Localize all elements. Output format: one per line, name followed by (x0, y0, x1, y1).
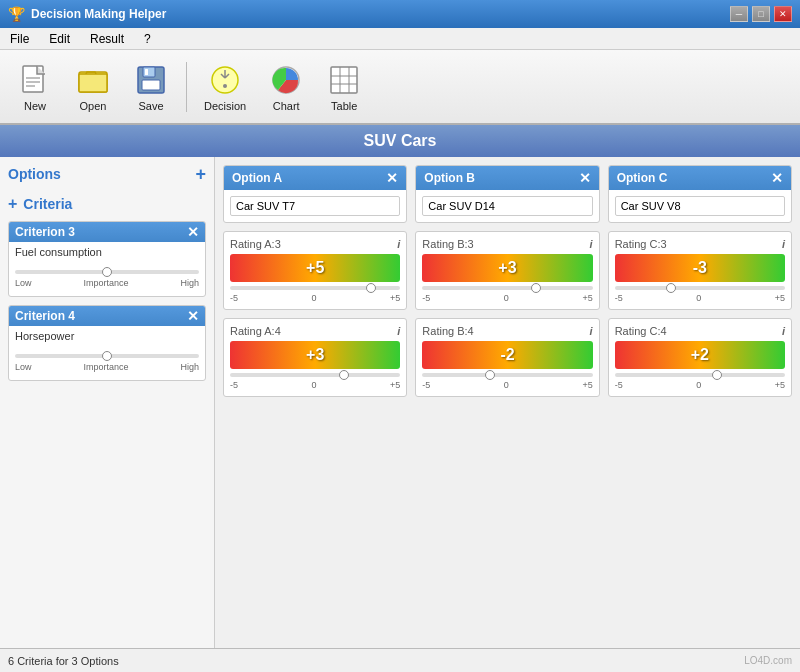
table-icon (326, 62, 362, 98)
option-card-a: Option A ✕ (223, 165, 407, 223)
rating-c3-bar: -3 (615, 254, 785, 282)
decision-button[interactable]: Decision (195, 57, 255, 117)
add-criteria-button[interactable]: + (8, 195, 17, 213)
criterion-3-mid: Importance (83, 278, 128, 288)
rating-a4-info[interactable]: i (397, 325, 400, 337)
rating-b4-header: Rating B:4 i (422, 325, 592, 337)
rating-c3-scale: -5 0 +5 (615, 293, 785, 303)
option-b-close[interactable]: ✕ (579, 170, 591, 186)
new-button[interactable]: New (8, 57, 62, 117)
rating-a4-slider-thumb[interactable] (339, 370, 349, 380)
rating-a3-info[interactable]: i (397, 238, 400, 250)
rating-card-c3: Rating C:3 i -3 -5 0 +5 (608, 231, 792, 310)
menu-help[interactable]: ? (140, 31, 155, 47)
title-bar-controls: ─ □ ✕ (730, 6, 792, 22)
rating-b4-slider-track (422, 373, 592, 377)
rating-c3-label: Rating C:3 (615, 238, 667, 250)
rating-a4-mid: 0 (312, 380, 317, 390)
chart-icon (268, 62, 304, 98)
menu-file[interactable]: File (6, 31, 33, 47)
close-button[interactable]: ✕ (774, 6, 792, 22)
rating-b4-info[interactable]: i (590, 325, 593, 337)
minimize-button[interactable]: ─ (730, 6, 748, 22)
rating-card-a4: Rating A:4 i +3 -5 0 +5 (223, 318, 407, 397)
option-a-close[interactable]: ✕ (386, 170, 398, 186)
criterion-4-slider-container: Low Importance High (15, 348, 199, 374)
save-label: Save (138, 100, 163, 112)
svg-rect-9 (145, 69, 148, 75)
rating-c4-header: Rating C:4 i (615, 325, 785, 337)
options-row: Option A ✕ Option B ✕ Op (215, 157, 800, 223)
rating-c4-scale: -5 0 +5 (615, 380, 785, 390)
add-option-button[interactable]: + (195, 165, 206, 183)
rating-b3-mid: 0 (504, 293, 509, 303)
rating-c3-mid: 0 (696, 293, 701, 303)
rating-b3-slider-thumb[interactable] (531, 283, 541, 293)
maximize-button[interactable]: □ (752, 6, 770, 22)
criterion-card-4: Criterion 4 ✕ Horsepower Low Importance … (8, 305, 206, 381)
table-button[interactable]: Table (317, 57, 371, 117)
option-c-close[interactable]: ✕ (771, 170, 783, 186)
rating-c4-slider-track (615, 373, 785, 377)
rating-c3-slider-track (615, 286, 785, 290)
rating-b3-slider-track (422, 286, 592, 290)
criterion-3-slider-track (15, 270, 199, 274)
ratings-section: Rating A:3 i +5 -5 0 +5 (215, 223, 800, 413)
rating-c3-slider-thumb[interactable] (666, 283, 676, 293)
new-icon (17, 62, 53, 98)
rating-a3-value: +5 (230, 254, 400, 282)
criterion-4-low: Low (15, 362, 32, 372)
rating-card-b4: Rating B:4 i -2 -5 0 +5 (415, 318, 599, 397)
ratings-row-4: Rating A:4 i +3 -5 0 +5 (223, 318, 792, 397)
rating-a3-slider-thumb[interactable] (366, 283, 376, 293)
criterion-3-slider-thumb[interactable] (102, 267, 112, 277)
save-button[interactable]: Save (124, 57, 178, 117)
rating-a3-mid: 0 (312, 293, 317, 303)
open-icon (75, 62, 111, 98)
rating-b4-slider-thumb[interactable] (485, 370, 495, 380)
decision-label: Decision (204, 100, 246, 112)
rating-c3-info[interactable]: i (782, 238, 785, 250)
rating-c4-slider-thumb[interactable] (712, 370, 722, 380)
title-bar-left: 🏆 Decision Making Helper (8, 6, 166, 22)
option-c-name-input[interactable] (615, 196, 785, 216)
criterion-3-close[interactable]: ✕ (187, 225, 199, 239)
criterion-3-low: Low (15, 278, 32, 288)
save-icon (133, 62, 169, 98)
rating-c4-label: Rating C:4 (615, 325, 667, 337)
menu-edit[interactable]: Edit (45, 31, 74, 47)
rating-a3-max: +5 (390, 293, 400, 303)
rating-c4-min: -5 (615, 380, 623, 390)
menu-result[interactable]: Result (86, 31, 128, 47)
criterion-4-close[interactable]: ✕ (187, 309, 199, 323)
criterion-3-slider-labels: Low Importance High (15, 278, 199, 288)
rating-c3-header: Rating C:3 i (615, 238, 785, 250)
rating-b4-bar: -2 (422, 341, 592, 369)
rating-a4-max: +5 (390, 380, 400, 390)
rating-b4-mid: 0 (504, 380, 509, 390)
rating-a3-slider-track (230, 286, 400, 290)
toolbar: New Open Save Decision Chart Table (0, 50, 800, 125)
rating-c4-info[interactable]: i (782, 325, 785, 337)
criterion-4-slider-thumb[interactable] (102, 351, 112, 361)
options-label: Options (8, 166, 61, 182)
ratings-row-3: Rating A:3 i +5 -5 0 +5 (223, 231, 792, 310)
criterion-3-slider-container: Low Importance High (15, 264, 199, 290)
option-a-name-input[interactable] (230, 196, 400, 216)
new-label: New (24, 100, 46, 112)
rating-b3-info[interactable]: i (590, 238, 593, 250)
open-button[interactable]: Open (66, 57, 120, 117)
option-b-name-input[interactable] (422, 196, 592, 216)
rating-b4-max: +5 (582, 380, 592, 390)
rating-b3-value: +3 (422, 254, 592, 282)
rating-a4-slider-track (230, 373, 400, 377)
chart-label: Chart (273, 100, 300, 112)
criterion-3-body: Fuel consumption Low Importance High (9, 242, 205, 296)
criterion-3-header: Criterion 3 ✕ (9, 222, 205, 242)
rating-a4-min: -5 (230, 380, 238, 390)
criterion-3-title: Criterion 3 (15, 225, 75, 239)
criterion-4-title: Criterion 4 (15, 309, 75, 323)
chart-button[interactable]: Chart (259, 57, 313, 117)
option-a-body (224, 190, 406, 222)
rating-a3-header: Rating A:3 i (230, 238, 400, 250)
